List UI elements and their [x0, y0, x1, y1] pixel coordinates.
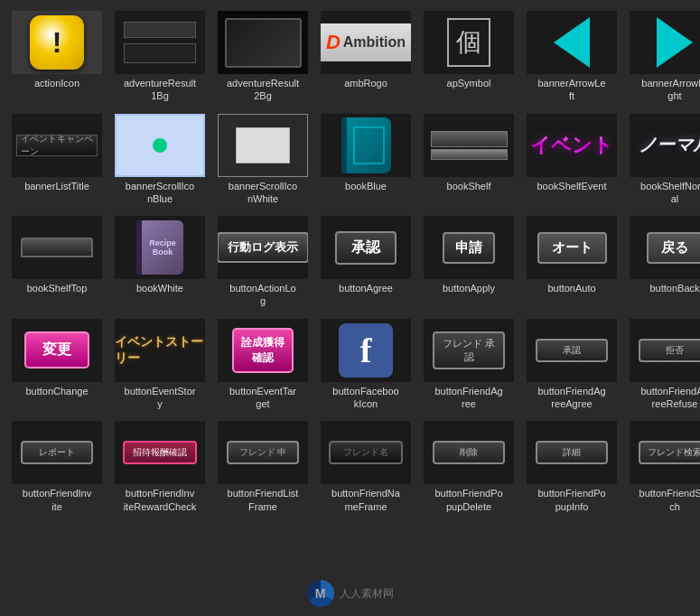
item-apSymbol[interactable]: 個 apSymbol — [419, 7, 518, 107]
item-buttonFriendSearch[interactable]: フレンド検索 buttonFriendSerch — [625, 417, 700, 517]
thumb-actionIcon: ! — [12, 11, 102, 74]
label-buttonFriendAgreeRefuse: buttonFriendAgreeRefuse — [640, 385, 700, 411]
label-bookShelf: bookShelf — [447, 180, 491, 192]
thumb-ambRogo: D Ambition — [321, 11, 411, 74]
item-bannerScrollIconBlue[interactable]: bannerScrollIconBlue — [110, 110, 210, 210]
item-buttonFriendInvite[interactable]: レポート buttonFriendInvite — [7, 417, 107, 517]
bookshelf-event: イベント — [527, 114, 617, 177]
bookshelf-normal: ノーマル — [630, 114, 700, 177]
btn-friend-invite-reward: 招待報酬確認 — [115, 421, 205, 484]
item-buttonEventTarget[interactable]: 詮成獲得確認 buttonEventTarget — [213, 315, 313, 415]
thumb-buttonAuto: オート — [527, 216, 617, 279]
thumb-bookShelf — [424, 114, 514, 177]
item-bookShelfEvent[interactable]: イベント bookShelfEvent — [522, 110, 621, 210]
btn-friend-invite: レポート — [12, 421, 102, 484]
item-bookBlue[interactable]: bookBlue — [316, 110, 415, 210]
banner-list-title: イベントキャンペーン — [12, 114, 102, 177]
label-buttonEventStory: buttonEventStory — [125, 385, 196, 411]
thumb-apSymbol: 個 — [424, 11, 514, 74]
label-bannerArrowLeft: bannerArrowLeft — [537, 77, 605, 103]
thumb-bannerArrowLeft — [527, 11, 617, 74]
item-buttonAgree[interactable]: 承認 buttonAgree — [316, 212, 415, 312]
thumb-buttonEventStory: イベントストーリー — [115, 319, 205, 382]
btn-friend-search: フレンド検索 — [630, 421, 700, 484]
amb-rogo: D Ambition — [321, 11, 411, 74]
btn-friend-popup-delete: 削除 — [424, 421, 514, 484]
item-buttonFriendAgreeRefuse[interactable]: 拒否 buttonFriendAgreeRefuse — [625, 315, 700, 415]
item-bannerListTitle[interactable]: イベントキャンペーン bannerListTitle — [7, 110, 107, 210]
item-adventureResult1Bg[interactable]: adventureResult1Bg — [110, 7, 210, 107]
action-icon-img: ! — [30, 15, 84, 70]
label-bannerArrowRight: bannerArrowRight — [641, 77, 700, 103]
label-buttonActionLog: buttonActionLog — [229, 282, 295, 308]
ap-symbol: 個 — [424, 11, 514, 74]
banner-arrow-left-container — [527, 11, 617, 74]
arrow-left-shape — [554, 17, 590, 68]
thumb-adventureResult2Bg — [218, 11, 308, 74]
arrow-right-shape — [657, 17, 693, 68]
thumb-bookBlue — [321, 114, 411, 177]
item-buttonBack[interactable]: 戻る buttonBack — [625, 212, 700, 312]
item-buttonFriendPopupInfo[interactable]: 詳細 buttonFriendPopupInfo — [522, 417, 621, 517]
adv-result-2 — [218, 11, 308, 74]
label-bookWhite: bookWhite — [136, 282, 183, 294]
banner-scroll-blue — [117, 116, 203, 175]
item-buttonFriendAgreeAgree[interactable]: 承認 buttonFriendAgreeAgree — [522, 315, 621, 415]
thumb-buttonFriendInviteRewardCheck: 招待報酬確認 — [115, 421, 205, 484]
thumb-buttonFriendPopupInfo: 詳細 — [527, 421, 617, 484]
thumb-buttonFriendSearch: フレンド検索 — [630, 421, 700, 484]
item-bannerArrowLeft[interactable]: bannerArrowLeft — [522, 7, 621, 107]
item-buttonFriendPopupDelete[interactable]: 削除 buttonFriendPopupDelete — [419, 417, 518, 517]
btn-event-target: 詮成獲得確認 — [218, 319, 308, 382]
item-buttonFriendNameFrame[interactable]: フレンド名 buttonFriendNameFrame — [316, 417, 415, 517]
thumb-buttonFriendAgree: フレンド 承認 — [424, 319, 514, 382]
label-bookShelfEvent: bookShelfEvent — [537, 180, 606, 192]
label-buttonFriendInviteRewardCheck: buttonFriendInviteRewardCheck — [124, 487, 197, 513]
item-buttonFacebookIcon[interactable]: f buttonFacebookIcon — [316, 315, 415, 415]
btn-friend-name-frame: フレンド名 — [321, 421, 411, 484]
label-actionIcon: actionIcon — [34, 77, 79, 89]
scroll-dot — [153, 138, 167, 153]
item-bookShelf[interactable]: bookShelf — [419, 110, 518, 210]
label-buttonFriendInvite: buttonFriendInvite — [23, 487, 91, 513]
item-buttonEventStory[interactable]: イベントストーリー buttonEventStory — [110, 315, 210, 415]
thumb-buttonFriendListFrame: フレンド 申 — [218, 421, 308, 484]
btn-apply: 申請 — [424, 216, 514, 279]
book-blue — [321, 114, 411, 177]
label-buttonAgree: buttonAgree — [339, 282, 393, 294]
label-buttonFriendAgreeAgree: buttonFriendAgreeAgree — [537, 385, 605, 411]
thumb-bannerArrowRight — [630, 11, 700, 74]
item-bookWhite[interactable]: RecipeBook bookWhite — [110, 212, 210, 312]
thumb-bookShelfNormal: ノーマル — [630, 114, 700, 177]
item-buttonFriendAgree[interactable]: フレンド 承認 buttonFriendAgree — [419, 315, 518, 415]
label-buttonFriendListFrame: buttonFriendListFrame — [228, 487, 299, 513]
white-rect — [236, 127, 290, 163]
item-adventureResult2Bg[interactable]: adventureResult2Bg — [213, 7, 313, 107]
thumb-bookShelfTop — [12, 216, 102, 279]
thumb-buttonChange: 変更 — [12, 319, 102, 382]
item-ambRogo[interactable]: D Ambition ambRogo — [316, 7, 415, 107]
banner-arrow-right-container — [630, 11, 700, 74]
label-buttonFacebookIcon: buttonFacebookIcon — [332, 385, 398, 411]
label-bookBlue: bookBlue — [345, 180, 387, 192]
item-buttonFriendInviteRewardCheck[interactable]: 招待報酬確認 buttonFriendInviteRewardCheck — [110, 417, 210, 517]
item-bannerArrowRight[interactable]: bannerArrowRight — [625, 7, 700, 107]
item-buttonApply[interactable]: 申請 buttonApply — [419, 212, 518, 312]
label-adventureResult2Bg: adventureResult2Bg — [227, 77, 299, 103]
btn-action-log: 行動ログ表示 — [218, 216, 308, 279]
item-buttonActionLog[interactable]: 行動ログ表示 buttonActionLog — [213, 212, 313, 312]
item-buttonChange[interactable]: 変更 buttonChange — [7, 315, 107, 415]
item-buttonFriendListFrame[interactable]: フレンド 申 buttonFriendListFrame — [213, 417, 313, 517]
label-buttonFriendPopupInfo: buttonFriendPopupInfo — [537, 487, 605, 513]
thumb-buttonEventTarget: 詮成獲得確認 — [218, 319, 308, 382]
item-buttonAuto[interactable]: オート buttonAuto — [522, 212, 621, 312]
book-white: RecipeBook — [115, 216, 205, 279]
banner-scroll-white — [218, 114, 308, 177]
label-bannerListTitle: bannerListTitle — [24, 180, 89, 192]
item-bookShelfNormal[interactable]: ノーマル bookShelfNormal — [625, 110, 700, 210]
item-actionIcon[interactable]: ! actionIcon — [7, 7, 107, 107]
book-white-img: RecipeBook — [136, 220, 183, 275]
item-bannerScrollIconWhite[interactable]: bannerScrollIconWhite — [213, 110, 313, 210]
btn-friend-popup-info: 詳細 — [527, 421, 617, 484]
item-bookShelfTop[interactable]: bookShelfTop — [7, 212, 107, 312]
